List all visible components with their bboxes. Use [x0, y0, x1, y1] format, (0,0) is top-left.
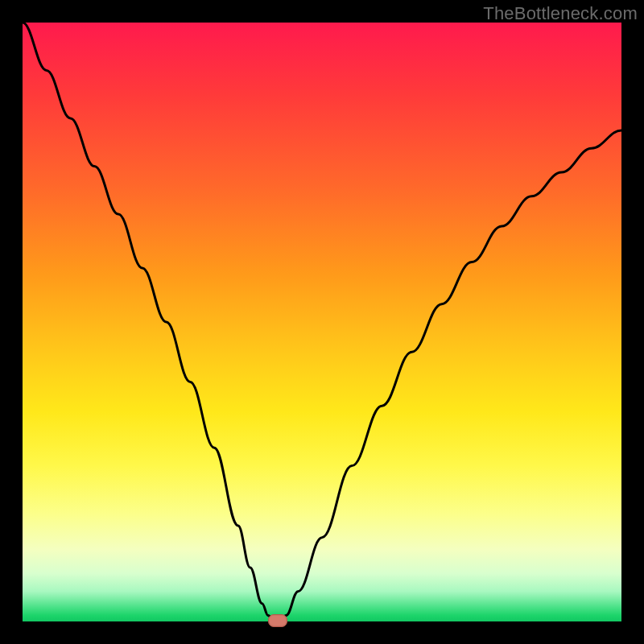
plot-area [23, 23, 621, 621]
optimum-marker [268, 614, 287, 627]
watermark-label: TheBottleneck.com [483, 3, 638, 24]
bottleneck-curve [23, 23, 621, 621]
chart-frame: TheBottleneck.com [0, 0, 644, 644]
